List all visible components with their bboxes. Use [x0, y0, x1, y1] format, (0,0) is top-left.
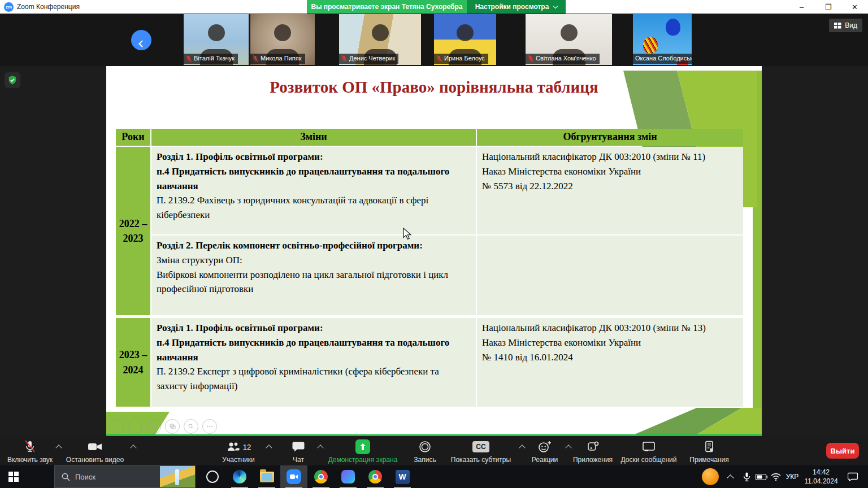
participants-icon	[226, 439, 241, 454]
file-explorer-icon[interactable]	[253, 465, 280, 488]
whiteboards-button[interactable]: Доски сообщений	[617, 439, 680, 464]
zoom-app-icon[interactable]	[280, 465, 307, 488]
mic-options-chevron[interactable]	[55, 445, 62, 451]
next-slide-button[interactable]	[128, 419, 142, 434]
participant-video[interactable]: Оксана Слободиська	[633, 14, 692, 65]
chevron-down-icon	[553, 3, 558, 8]
unmute-button[interactable]: Включить звук	[6, 439, 54, 464]
tray-clock[interactable]: 14:42 11.04.2024	[801, 468, 841, 486]
tray-wifi-icon[interactable]	[769, 465, 783, 488]
reactions-button[interactable]: Реакции	[527, 439, 563, 464]
weather-widget[interactable]	[160, 466, 195, 488]
chrome-profile-icon[interactable]	[362, 465, 389, 488]
chevron-left-icon	[138, 40, 146, 47]
notes-label: Примечания	[689, 456, 728, 464]
participants-count-badge: 12	[243, 443, 251, 451]
participant-video[interactable]: Світлана Хом'яченко	[526, 14, 612, 65]
notes-button[interactable]: Примечания	[685, 439, 733, 464]
taskbar-search[interactable]: Поиск	[54, 465, 196, 488]
slide-title: Розвиток ОП «Право» порівняльна таблиця	[106, 78, 762, 97]
participants-label: Участники	[222, 456, 254, 464]
chat-options-chevron[interactable]	[317, 445, 323, 451]
minimize-button[interactable]: –	[788, 0, 815, 14]
view-layout-button[interactable]: Вид	[829, 19, 862, 32]
notes-icon	[702, 439, 717, 454]
chat-button[interactable]: Чат	[281, 439, 316, 464]
mouse-cursor	[403, 228, 412, 240]
edge-icon[interactable]	[226, 465, 253, 488]
cell-text: Вибіркові компоненти розподілено на цикл…	[157, 268, 471, 297]
whiteboards-label: Доски сообщений	[620, 456, 676, 464]
close-button[interactable]: ✕	[841, 0, 868, 14]
cell-heading: п.4 Придатність випускників до працевлаш…	[157, 164, 471, 194]
designer-app-icon[interactable]	[335, 465, 362, 488]
table-cell-changes: Розділ 2. Перелік компонент освітньо-про…	[151, 236, 476, 315]
year-range-top: 2022 –	[119, 216, 147, 231]
apps-button[interactable]: Приложения	[570, 439, 616, 464]
participant-name: Денис Четверик	[349, 54, 395, 63]
start-button[interactable]	[0, 465, 27, 488]
record-button[interactable]: Запись	[407, 439, 443, 464]
windows-taskbar: Поиск W УКР 14:42 11.04.2024	[0, 465, 868, 488]
participant-name: Ирина Белоус	[444, 54, 485, 63]
tray-date: 11.04.2024	[801, 477, 841, 486]
tray-expand-chevron[interactable]	[727, 474, 734, 482]
cell-text: № 5573 від 22.12.2022	[482, 179, 738, 194]
zoom-logo-icon: zm	[4, 2, 14, 12]
window-title: Zoom Конференция	[17, 3, 80, 11]
prev-slide-button[interactable]	[109, 419, 124, 434]
chat-bubble-icon	[291, 439, 306, 454]
year-range-top: 2023 –	[119, 347, 147, 362]
tray-language-indicator[interactable]: УКР	[783, 465, 801, 488]
chrome-icon[interactable]	[307, 465, 335, 488]
shield-check-icon	[7, 75, 18, 85]
tray-battery-icon[interactable]	[754, 465, 769, 488]
tray-color-app-icon[interactable]	[702, 468, 719, 485]
participant-name-tag: Ирина Белоус	[434, 54, 488, 64]
notification-center-icon[interactable]	[844, 465, 861, 488]
stop-video-button[interactable]: Остановить видео	[62, 439, 128, 464]
participants-options-chevron[interactable]	[266, 445, 272, 451]
participants-button[interactable]: 12 Участники	[214, 439, 263, 464]
table-cell-changes: Розділ 1. Профіль освітньої програми: п.…	[151, 318, 476, 407]
participant-video[interactable]: Микола Пипяк	[250, 14, 315, 65]
participant-video[interactable]: Денис Четверик	[339, 14, 421, 65]
participant-name-tag: Віталій Ткачук	[184, 54, 238, 64]
security-badge[interactable]	[5, 72, 20, 88]
cortana-icon[interactable]	[199, 465, 226, 488]
word-icon[interactable]: W	[389, 465, 416, 488]
collapse-thumbnails-button[interactable]	[131, 30, 151, 50]
year-range-bottom: 2024	[123, 363, 144, 377]
leave-meeting-button[interactable]: Выйти	[826, 443, 859, 459]
tray-time: 14:42	[801, 468, 841, 477]
gallery-grid-icon	[834, 23, 841, 29]
cell-text: П. 2139.2 Експерт з цифрової криміналіст…	[157, 364, 471, 394]
tray-mic-icon[interactable]	[740, 465, 753, 488]
participant-name-tag: Світлана Хом'яченко	[526, 54, 600, 64]
zoom-slide-button[interactable]	[184, 419, 198, 434]
restore-button[interactable]: ❐	[815, 0, 841, 14]
participant-video[interactable]: Віталій Ткачук	[184, 14, 249, 65]
view-settings-label: Настройки просмотра	[475, 3, 549, 11]
participant-video[interactable]: Ирина Белоус	[434, 14, 496, 65]
more-options-button[interactable]	[202, 419, 217, 434]
table-cell-justification: Національний класифікатор ДК 003:2010 (з…	[477, 147, 743, 234]
cell-heading: Розділ 1. Профіль освітньої програми:	[157, 321, 471, 336]
search-icon	[62, 473, 70, 481]
apps-label: Приложения	[573, 456, 613, 464]
video-options-chevron[interactable]	[130, 445, 136, 451]
table-cell-changes: Розділ 1. Профіль освітньої програми: п.…	[151, 147, 476, 234]
chat-label: Чат	[293, 456, 304, 464]
view-settings-button[interactable]: Настройки просмотра	[467, 0, 566, 14]
table-header-justification: Обгрунтування змін	[477, 129, 743, 146]
window-title-bar: zm Zoom Конференция Вы просматриваете эк…	[0, 0, 868, 14]
all-slides-button[interactable]	[165, 419, 180, 434]
captions-button[interactable]: CC Показать субтитры	[445, 439, 517, 464]
cell-text: Наказ Міністерства економіки України	[482, 336, 738, 350]
table-year-cell: 2022 – 2023	[116, 147, 150, 315]
captions-options-chevron[interactable]	[519, 445, 525, 451]
cell-heading: Розділ 1. Профіль освітньої програми:	[157, 150, 471, 164]
pen-tool-button[interactable]	[146, 419, 161, 434]
share-screen-button[interactable]: Демонстрация экрана	[325, 439, 401, 464]
record-label: Запись	[414, 456, 436, 464]
